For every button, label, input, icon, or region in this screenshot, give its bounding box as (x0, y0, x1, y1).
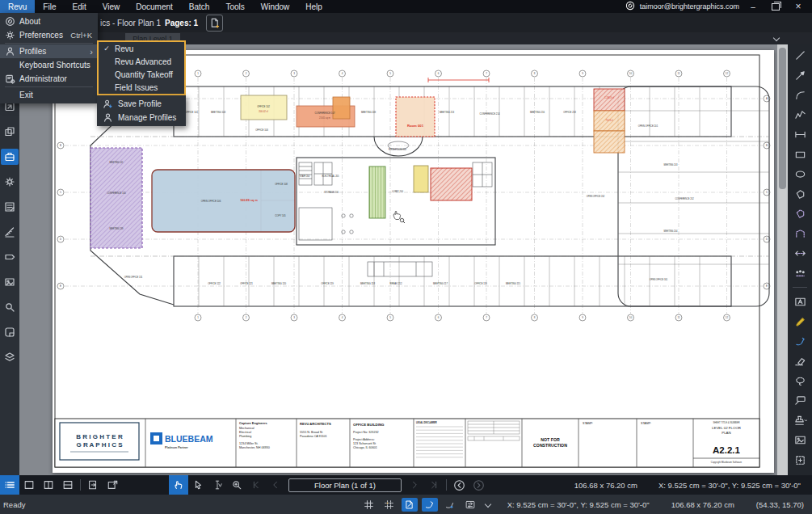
chevron-down-icon[interactable] (484, 501, 490, 508)
menubar-item-revu[interactable]: Revu (0, 0, 35, 13)
count-measure-icon[interactable] (791, 267, 809, 280)
person-icon (97, 112, 118, 123)
layers-icon[interactable] (1, 349, 19, 365)
menubar-item-edit[interactable]: Edit (64, 0, 94, 13)
thumbnails-menu-button[interactable] (0, 475, 19, 495)
area-measure-icon[interactable] (791, 207, 809, 221)
revu-app-window: { "menu_bar": {"items": ["Revu","File","… (0, 0, 812, 514)
submenu-item-save-profile[interactable]: Save Profile (97, 97, 186, 111)
tool-chest-icon[interactable] (1, 149, 19, 165)
snapshot-tool-icon[interactable] (791, 453, 809, 467)
close-button[interactable]: × (789, 0, 807, 13)
split-horizontal-icon[interactable] (58, 475, 78, 495)
callout-tool-icon[interactable] (791, 394, 809, 407)
menubar-item-tools[interactable]: Tools (217, 0, 252, 13)
spaces-icon[interactable] (1, 324, 19, 340)
stamps-icon[interactable] (1, 274, 19, 290)
polyline-tool-icon[interactable] (791, 108, 809, 122)
svg-text:E: E (766, 284, 768, 288)
split-vertical-icon[interactable] (39, 475, 58, 495)
pen-input-icon[interactable] (442, 498, 458, 512)
first-page-button[interactable] (246, 475, 266, 495)
next-view-button[interactable] (469, 475, 488, 495)
svg-text:Plumbing: Plumbing (239, 435, 251, 438)
swap-document-icon[interactable] (462, 498, 478, 512)
lasso-tool-icon[interactable] (791, 374, 809, 388)
select-text-button[interactable] (208, 475, 227, 495)
submenu-item-label: Save Profile (118, 99, 162, 108)
vertical-scrollbar[interactable] (777, 44, 788, 475)
zoom-tool-button[interactable] (227, 475, 246, 495)
menubar-item-batch[interactable]: Batch (181, 0, 218, 13)
stamp-tool-icon[interactable] (791, 414, 809, 428)
snap-toggle-icon[interactable] (381, 498, 398, 512)
previous-page-button[interactable] (266, 475, 285, 495)
sets-icon[interactable] (1, 124, 19, 140)
polygon-tool-icon[interactable] (791, 187, 809, 201)
grid-toggle-icon[interactable] (361, 498, 377, 512)
markup-recovery-icon[interactable] (422, 498, 438, 512)
single-pane-icon[interactable] (19, 475, 39, 495)
submenu-item-revu-advanced[interactable]: Revu Advanced (99, 55, 184, 68)
svg-text:1234 Miller St.: 1234 Miller St. (239, 442, 259, 445)
markup-mode-icon[interactable] (402, 498, 418, 512)
menubar-item-file[interactable]: File (35, 0, 64, 13)
scrollbar-thumb[interactable] (779, 48, 786, 189)
visor-icon[interactable] (1, 249, 19, 265)
svg-text:REVU ARCHITECTS: REVU ARCHITECTS (300, 422, 331, 426)
measurements-icon[interactable] (1, 224, 19, 240)
pen-tool-icon[interactable] (791, 335, 809, 348)
menu-item-exit[interactable]: Exit (0, 88, 98, 102)
menu-item-about[interactable]: About (0, 15, 98, 28)
menu-item-administrator[interactable]: Administrator (0, 72, 98, 86)
person-icon (0, 46, 19, 57)
minimize-button[interactable]: – (744, 0, 762, 13)
collapse-panel-button[interactable] (768, 34, 785, 44)
properties-gear-icon[interactable] (1, 174, 19, 190)
svg-text:23.65 sq m: 23.65 sq m (319, 116, 331, 120)
image-tool-icon[interactable] (791, 433, 809, 447)
length-measure-icon[interactable] (791, 128, 809, 141)
menubar-item-help[interactable]: Help (297, 0, 330, 13)
rectangle-tool-icon[interactable] (791, 148, 809, 162)
statusbar-dimensions: 106.68 x 76.20 cm (671, 500, 734, 509)
sync-views-icon[interactable] (83, 475, 103, 495)
arrow-tool-icon[interactable] (791, 69, 809, 82)
menubar-item-document[interactable]: Document (128, 0, 181, 13)
select-tool-button[interactable] (188, 475, 208, 495)
svg-text:MEETING 216: MEETING 216 (530, 111, 545, 114)
svg-text:10: 10 (629, 72, 633, 75)
menu-item-keyboard-shortcuts[interactable]: Keyboard Shortcuts (0, 58, 98, 72)
menubar-item-view[interactable]: View (95, 0, 128, 13)
eraser-tool-icon[interactable] (791, 354, 809, 368)
menu-item-profiles[interactable]: Profiles › (0, 44, 98, 58)
arc-tool-icon[interactable] (791, 88, 809, 102)
menubar-item-window[interactable]: Window (253, 0, 298, 13)
pan-tool-button[interactable] (169, 475, 188, 495)
markups-list-icon[interactable] (1, 199, 19, 215)
svg-text:OPEN OFFICE 201: OPEN OFFICE 201 (638, 124, 658, 128)
submenu-item-field-issues[interactable]: Field Issues (99, 81, 184, 94)
submenu-item-revu[interactable]: ✓ Revu (99, 42, 184, 55)
perimeter-measure-icon[interactable] (791, 227, 809, 241)
account-email[interactable]: taimoor@brightergraphics.com (640, 2, 739, 11)
next-page-button[interactable] (405, 475, 424, 495)
highlighter-tool-icon[interactable] (791, 314, 809, 328)
submenu-item-quantity-takeoff[interactable]: Quantity Takeoff (99, 68, 184, 81)
submenu-item-manage-profiles[interactable]: Manage Profiles (97, 111, 186, 124)
last-page-button[interactable] (424, 475, 444, 495)
diameter-measure-icon[interactable] (791, 246, 809, 260)
text-box-tool-icon[interactable] (791, 295, 809, 309)
new-document-button[interactable] (206, 15, 223, 32)
pages-count: 1 (194, 19, 199, 27)
search-icon[interactable] (1, 299, 19, 315)
page-navigator-dropdown[interactable]: Floor Plan (1 of 1) (288, 478, 402, 492)
ellipse-tool-icon[interactable] (791, 167, 809, 181)
restore-button[interactable] (767, 0, 785, 13)
document-tab[interactable]: ics - Floor Plan 1 Pages: 1 (100, 19, 198, 27)
line-tool-icon[interactable] (791, 48, 809, 62)
revu-menu: About Preferences Ctrl+K Profiles › Keyb… (0, 13, 98, 103)
menu-item-preferences[interactable]: Preferences Ctrl+K (0, 28, 98, 42)
previous-view-button[interactable] (449, 475, 469, 495)
detach-page-icon[interactable] (103, 475, 122, 495)
